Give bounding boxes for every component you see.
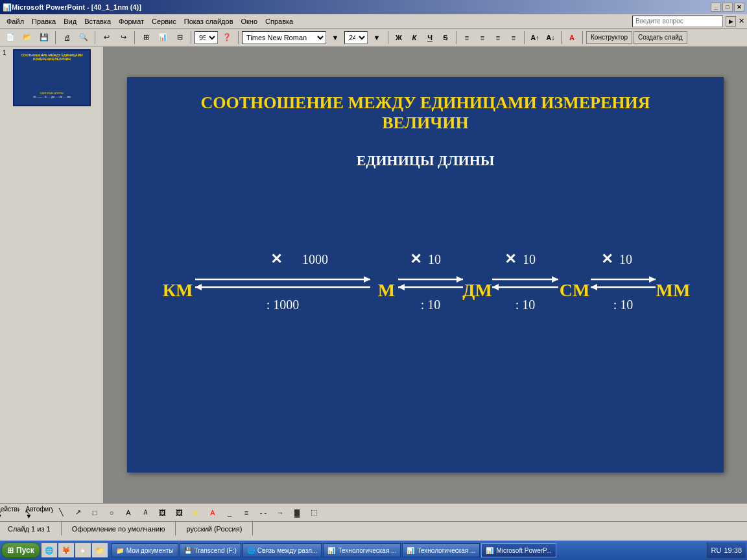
design-section: Оформление по умолчанию xyxy=(62,522,176,535)
quicklaunch-chrome[interactable]: ● xyxy=(75,543,91,557)
separator-2 xyxy=(95,31,95,44)
strikethrough-button[interactable]: S xyxy=(438,31,453,44)
actions-button[interactable]: Действия ▼ xyxy=(3,506,18,520)
tech2-icon: 📊 xyxy=(407,547,414,554)
print-button[interactable]: 🖨 xyxy=(59,30,75,45)
taskbar-sviaz[interactable]: 🌐 Связь между разл... xyxy=(243,543,322,557)
menu-help[interactable]: Справка xyxy=(261,16,297,27)
start-button[interactable]: ⊞ Пуск xyxy=(1,542,40,558)
help-button[interactable]: ❓ xyxy=(219,30,235,45)
slide-heading: СООТНОШЕНИЕ МЕЖДУ ЕДИНИЦАМИ ИЗМЕРЕНИЯ ВЕ… xyxy=(127,77,724,133)
quicklaunch-explorer[interactable]: 📁 xyxy=(92,543,108,557)
konstruktor-button[interactable]: Конструктор xyxy=(586,31,632,44)
separator-4 xyxy=(191,31,191,44)
slide-thumbnail-1[interactable]: 1 СООТНОШЕНИЕ МЕЖДУ ЕДИНИЦАМИ ИЗМЕРЕНИЯ … xyxy=(3,49,101,106)
dash-style-btn[interactable]: - - xyxy=(255,506,271,520)
redo-button[interactable]: ↪ xyxy=(115,30,131,45)
quicklaunch-ie[interactable]: 🌐 xyxy=(42,543,57,557)
line-color-btn[interactable]: _ xyxy=(222,506,237,520)
taskbar-my-docs[interactable]: 📁 Мои документы xyxy=(112,543,178,557)
slide-layout-button[interactable]: ⊟ xyxy=(172,30,187,45)
font-size-select[interactable]: 24 12 18 36 xyxy=(344,31,368,44)
heading-line2: ВЕЛИЧИН xyxy=(382,113,468,132)
italic-button[interactable]: К xyxy=(407,31,421,44)
size-dropdown-btn[interactable]: ▼ xyxy=(369,30,385,45)
open-button[interactable]: 📂 xyxy=(19,30,35,45)
increase-font-button[interactable]: A↑ xyxy=(528,31,542,44)
thumb-content: ЕДИНИЦЫ ДЛИНЫ КМ ←——→ М ←→ ДМ ←→ СМ ←→ М… xyxy=(17,91,87,99)
menu-window[interactable]: Окно xyxy=(237,16,262,27)
autoshapes-button[interactable]: Автофигуры ▼ xyxy=(36,506,52,520)
maximize-button[interactable]: □ xyxy=(722,3,733,12)
clip-art-button[interactable]: 🖼 xyxy=(154,506,170,520)
close-button[interactable]: ✕ xyxy=(734,3,744,12)
line-button[interactable]: ╲ xyxy=(53,506,69,520)
menu-edit[interactable]: Правка xyxy=(28,16,60,27)
align-center-button[interactable]: ≡ xyxy=(475,31,490,44)
line-style-btn[interactable]: ≡ xyxy=(239,506,254,520)
preview-button[interactable]: 🔍 xyxy=(76,30,91,45)
zoom-select[interactable]: 95% 75% 100% xyxy=(195,31,218,44)
menu-service[interactable]: Сервис xyxy=(148,16,180,27)
language-section: русский (Россия) xyxy=(176,522,253,535)
new-button[interactable]: 📄 xyxy=(3,30,18,45)
textbox-button[interactable]: A xyxy=(121,506,136,520)
menu-view[interactable]: Вид xyxy=(60,16,80,27)
transcend-label: Transcend (F:) xyxy=(195,547,237,554)
window-controls: _ □ ✕ xyxy=(711,3,744,12)
ask-button[interactable]: ▶ xyxy=(726,16,736,27)
ask-input[interactable] xyxy=(632,16,723,27)
taskbar-transcend[interactable]: 💾 Transcend (F:) xyxy=(180,543,241,557)
create-slide-button[interactable]: Создать слайд xyxy=(634,31,687,44)
align-left-button[interactable]: ≡ xyxy=(460,31,474,44)
align-right-button[interactable]: ≡ xyxy=(491,31,505,44)
menu-insert[interactable]: Вставка xyxy=(80,16,115,27)
slide-canvas[interactable]: СООТНОШЕНИЕ МЕЖДУ ЕДИНИЦАМИ ИЗМЕРЕНИЯ ВЕ… xyxy=(127,77,724,472)
status-bar: Слайд 1 из 1 Оформление по умолчанию рус… xyxy=(0,521,747,535)
taskbar-powerpoint[interactable]: 📊 Microsoft PowerP... xyxy=(481,543,556,557)
wordart-button[interactable]: Ａ xyxy=(137,506,153,520)
thumbnail-image-1[interactable]: СООТНОШЕНИЕ МЕЖДУ ЕДИНИЦАМИ ИЗМЕРЕНИЯ ВЕ… xyxy=(13,49,91,106)
my-docs-icon: 📁 xyxy=(116,547,124,554)
rect-button[interactable]: □ xyxy=(87,506,102,520)
separator-8 xyxy=(524,31,525,44)
svg-text:✕: ✕ xyxy=(504,251,516,267)
svg-marker-26 xyxy=(591,284,597,290)
font-color-button[interactable]: A xyxy=(565,31,579,44)
font-color-btn2[interactable]: A xyxy=(205,506,220,520)
menu-format[interactable]: Формат xyxy=(115,16,148,27)
clock: 19:38 xyxy=(724,546,742,554)
m-label: М xyxy=(378,280,395,300)
taskbar-tech1[interactable]: 📊 Технологическая ... xyxy=(323,543,401,557)
justify-button[interactable]: ≡ xyxy=(506,31,521,44)
3d-btn[interactable]: ⬚ xyxy=(306,506,322,520)
font-dropdown-btn[interactable]: ▼ xyxy=(327,30,343,45)
undo-button[interactable]: ↩ xyxy=(99,30,114,45)
tech1-label: Технологическая ... xyxy=(338,547,396,554)
insert-chart-button[interactable]: 📊 xyxy=(155,30,171,45)
underline-button[interactable]: Ч xyxy=(423,31,437,44)
arrow-button[interactable]: ↗ xyxy=(70,506,86,520)
oval-button[interactable]: ○ xyxy=(104,506,119,520)
svg-text:: 10: : 10 xyxy=(421,298,441,312)
help-close-button[interactable]: ✕ xyxy=(739,17,744,25)
mm-label: ММ xyxy=(656,280,691,300)
quicklaunch-firefox[interactable]: 🦊 xyxy=(58,543,74,557)
fill-color-btn[interactable]: ◎ xyxy=(188,506,204,520)
separator-10 xyxy=(582,31,583,44)
svg-text:10: 10 xyxy=(619,252,632,266)
decrease-font-button[interactable]: A↓ xyxy=(543,31,558,44)
svg-text:: 10: : 10 xyxy=(613,298,634,312)
menu-file[interactable]: Файл xyxy=(3,16,28,27)
menu-slideshow[interactable]: Показ слайдов xyxy=(180,16,237,27)
insert-table-button[interactable]: ⊞ xyxy=(138,30,154,45)
save-button[interactable]: 💾 xyxy=(36,30,52,45)
bold-button[interactable]: Ж xyxy=(392,31,406,44)
shadow-btn[interactable]: ▓ xyxy=(289,506,305,520)
font-select[interactable]: Times New Roman xyxy=(242,31,326,44)
minimize-button[interactable]: _ xyxy=(711,3,721,12)
units-diagram: КМ М ДМ СМ ММ ✕ 1000 xyxy=(147,233,704,349)
taskbar-tech2[interactable]: 📊 Технологическая ... xyxy=(402,543,480,557)
arrow-style-btn[interactable]: → xyxy=(272,506,288,520)
picture-button[interactable]: 🖼 xyxy=(171,506,187,520)
